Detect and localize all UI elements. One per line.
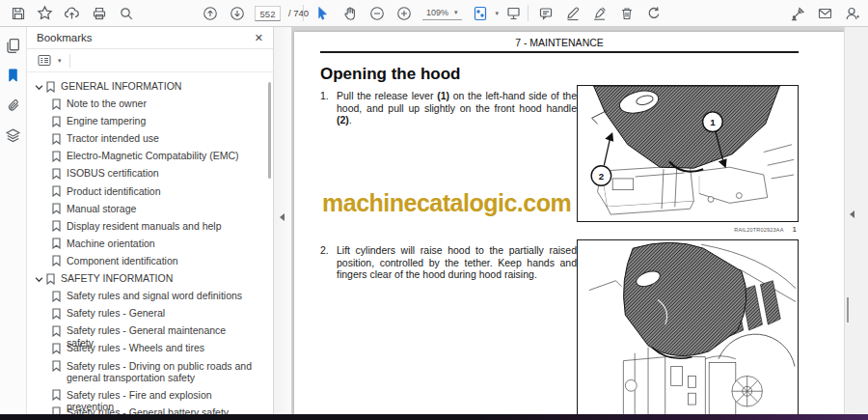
panel-collapse-strip: [274, 27, 291, 414]
page-thumbnails-button[interactable]: [3, 36, 24, 55]
comment-button[interactable]: [533, 2, 557, 24]
star-button[interactable]: [33, 2, 57, 24]
figure-code: RAIL20TR02923AA: [734, 227, 783, 233]
request-signatures-button[interactable]: [786, 2, 810, 24]
attachments-button[interactable]: [3, 96, 24, 115]
bookmark-icon: [52, 358, 67, 373]
bookmark-item-row[interactable]: Safety rules and signal word definitions: [27, 288, 273, 305]
step-1: 1. Pull the release lever (1) on the lef…: [320, 90, 577, 126]
cursor-arrow-icon: [315, 6, 330, 20]
search-button[interactable]: [114, 2, 138, 24]
layers-icon: [5, 127, 21, 144]
previous-page-button[interactable]: [198, 2, 222, 24]
bookmark-item-row[interactable]: Display resident manuals and help: [27, 218, 273, 236]
page-display-button[interactable]: [469, 2, 493, 24]
toolbar-separator: [303, 5, 304, 21]
bookmark-item-row[interactable]: Note to the owner: [27, 96, 273, 113]
monitor-icon: [505, 6, 522, 21]
bookmark-item-row[interactable]: ISOBUS certification: [27, 165, 273, 182]
bookmark-options-button[interactable]: [35, 52, 54, 70]
bookmark-section-label: SAFETY INFORMATION: [61, 270, 173, 285]
highlight-button[interactable]: [560, 2, 584, 24]
hand-icon: [342, 6, 358, 21]
bookmark-section-row[interactable]: SAFETY INFORMATION: [27, 270, 273, 288]
callout-2: 2: [599, 171, 605, 182]
taskbar-edge: [0, 414, 868, 420]
page-total-label: / 740: [288, 8, 309, 18]
bookmark-icon: [52, 148, 67, 162]
bookmark-item-label: Safety rules - General battery safety: [67, 405, 229, 414]
presentation-button[interactable]: [502, 2, 526, 24]
email-button[interactable]: [813, 2, 837, 24]
cloud-upload-icon: [64, 6, 80, 21]
bookmarks-scrollbar[interactable]: [268, 82, 271, 179]
bookmark-item-label: ISOBUS certification: [67, 165, 159, 180]
tools-panel-strip: [844, 27, 868, 414]
chevron-down-icon: ▾: [496, 10, 500, 17]
bookmark-item-row[interactable]: Product identification: [27, 183, 273, 201]
step-number: 1.: [320, 90, 337, 126]
bookmark-item-label: Component identification: [67, 253, 178, 267]
arrow-down-circle-icon: [230, 6, 245, 21]
printer-icon: [92, 6, 107, 21]
bookmark-item-row[interactable]: Tractor intended use: [27, 130, 273, 148]
chevron-down-icon[interactable]: [35, 270, 46, 284]
bookmark-item-row[interactable]: Component identification: [27, 253, 273, 270]
next-page-button[interactable]: [225, 2, 249, 24]
figure-1: 1 2: [577, 85, 799, 222]
paperclip-icon: [6, 98, 21, 114]
bookmark-item-label: Safety rules - Driving on public roads a…: [67, 358, 252, 384]
arrow-up-circle-icon: [203, 6, 218, 21]
step-number: 2.: [320, 244, 337, 281]
bookmark-item-row[interactable]: Electro-Magnetic Compatability (EMC): [27, 148, 273, 165]
bookmark-item-row[interactable]: Safety rules - General: [27, 305, 273, 322]
save-button[interactable]: [6, 2, 30, 24]
chevron-down-icon[interactable]: [35, 78, 46, 92]
zoom-level-select[interactable]: 109%▾: [422, 7, 462, 20]
account-button[interactable]: [840, 2, 864, 24]
bookmarks-tree: GENERAL INFORMATIONNote to the ownerEngi…: [27, 72, 273, 414]
bookmarks-panel-button[interactable]: [3, 66, 24, 85]
bookmark-item-label: Electro-Magnetic Compatability (EMC): [67, 148, 239, 162]
bookmark-section-row[interactable]: GENERAL INFORMATION: [27, 78, 273, 96]
hand-tool-button[interactable]: [338, 2, 362, 24]
step-2: 2. Lift cylinders will raise hood to the…: [320, 244, 577, 281]
bookmark-item-label: Safety rules - General: [67, 305, 165, 320]
watermark: machinecatalogic.com: [322, 189, 571, 217]
bookmark-item-row[interactable]: Safety rules - General maintenance safet…: [27, 322, 273, 340]
select-tool-button[interactable]: [311, 2, 335, 24]
minus-circle-icon: [369, 6, 385, 21]
bookmark-icon: [52, 288, 67, 302]
layers-button[interactable]: [3, 126, 24, 145]
bookmark-item-label: Machine orientation: [67, 236, 155, 250]
bookmark-item-row[interactable]: Machine orientation: [27, 236, 273, 253]
header-rule: [320, 51, 799, 53]
print-button[interactable]: [87, 2, 111, 24]
navigation-rail: [0, 27, 27, 414]
share-upload-button[interactable]: [60, 2, 84, 24]
zoom-out-button[interactable]: [365, 2, 389, 24]
bookmark-item-row[interactable]: Safety rules - Fire and explosion preven…: [27, 387, 273, 405]
expand-tools-button[interactable]: [850, 210, 854, 218]
bookmark-item-row[interactable]: Safety rules - Driving on public roads a…: [27, 358, 273, 387]
document-scrollbar[interactable]: [847, 297, 849, 322]
bookmark-icon: [52, 253, 67, 267]
bookmark-item-row[interactable]: Engine tampering: [27, 113, 273, 130]
refresh-button[interactable]: [641, 2, 665, 24]
plus-circle-icon: [396, 6, 412, 21]
bookmark-item-row[interactable]: Manual storage: [27, 201, 273, 218]
page-number-input[interactable]: 552: [255, 6, 281, 21]
collapse-panel-button[interactable]: [280, 213, 285, 221]
bookmark-icon: [52, 305, 67, 320]
bookmark-icon: [52, 218, 67, 233]
bookmark-icon: [52, 130, 67, 145]
person-icon: [844, 6, 860, 21]
zoom-in-button[interactable]: [392, 2, 416, 24]
figure-1-caption: RAIL20TR02923AA 1: [577, 225, 799, 234]
page-display-icon: [473, 6, 488, 21]
pages-icon: [5, 38, 21, 54]
fill-sign-button[interactable]: [587, 2, 611, 24]
close-panel-button[interactable]: ✕: [255, 32, 263, 44]
delete-button[interactable]: [614, 2, 638, 24]
fountain-pen-icon: [591, 6, 608, 21]
